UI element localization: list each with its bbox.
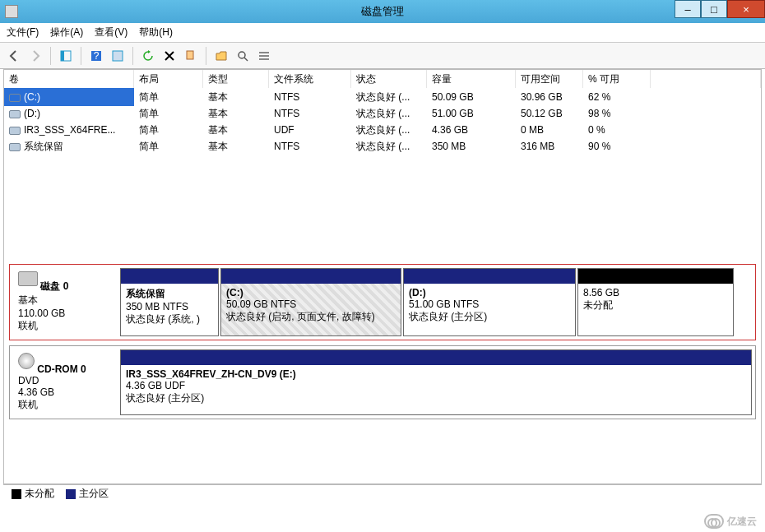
partition-e[interactable]: IR3_SSS_X64FREV_ZH-CN_DV9 (E:) 4.36 GB U… (120, 349, 752, 415)
partition-e-size: 4.36 GB UDF (126, 380, 185, 391)
volume-row-3[interactable]: 系统保留简单基本NTFS状态良好 (...350 MB316 MB90 % (4, 137, 761, 154)
menu-file[interactable]: 文件(F) (7, 25, 39, 39)
close-button[interactable]: × (727, 0, 765, 18)
nav-forward-button[interactable] (26, 47, 44, 65)
volume-list[interactable]: 卷 布局 类型 文件系统 状态 容量 可用空间 % 可用 (C:)简单基本NTF… (4, 70, 761, 259)
nav-back-button[interactable] (5, 47, 23, 65)
svg-point-6 (239, 52, 245, 58)
volume-icon (9, 127, 21, 135)
cdrom-0-partitions: IR3_SSS_X64FREV_ZH-CN_DV9 (E:) 4.36 GB U… (120, 349, 752, 415)
disk-0-partitions: 系统保留350 MB NTFS状态良好 (系统, )(C:)50.09 GB N… (120, 268, 752, 336)
disk0-partition-0[interactable]: 系统保留350 MB NTFS状态良好 (系统, ) (120, 268, 219, 336)
svg-line-7 (244, 58, 248, 61)
open-folder-icon[interactable] (212, 47, 230, 65)
maximize-button[interactable]: □ (701, 0, 727, 18)
toolbar: ? (0, 43, 765, 69)
cdrom-0-status: 联机 (18, 399, 38, 410)
cdrom-0-row[interactable]: CD-ROM 0 DVD 4.36 GB 联机 IR3_SSS_X64FREV_… (9, 345, 756, 419)
legend-primary: 主分区 (66, 487, 109, 501)
refresh-icon[interactable] (139, 47, 157, 65)
partition-e-title: IR3_SSS_X64FREV_ZH-CN_DV9 (E:) (126, 368, 296, 380)
partition-bar (404, 269, 575, 284)
watermark: 亿速云 (704, 514, 757, 529)
volume-icon (9, 110, 21, 118)
show-hide-icon[interactable] (57, 47, 75, 65)
partition-bar (121, 350, 751, 365)
disk-0-info: 磁盘 0 基本 110.00 GB 联机 (13, 268, 120, 336)
col-capacity[interactable]: 容量 (427, 70, 516, 88)
disk0-partition-3[interactable]: 8.56 GB未分配 (577, 268, 734, 336)
col-free[interactable]: 可用空间 (516, 70, 583, 88)
cdrom-0-info: CD-ROM 0 DVD 4.36 GB 联机 (13, 349, 120, 415)
swatch-black-icon (12, 489, 21, 499)
cdrom-icon (18, 353, 35, 369)
menu-bar: 文件(F) 操作(A) 查看(V) 帮助(H) (0, 23, 765, 43)
properties-icon[interactable] (182, 47, 200, 65)
disk0-partition-1[interactable]: (C:)50.09 GB NTFS状态良好 (启动, 页面文件, 故障转) (220, 268, 401, 336)
content-area: 卷 布局 类型 文件系统 状态 容量 可用空间 % 可用 (C:)简单基本NTF… (3, 69, 762, 484)
menu-action[interactable]: 操作(A) (50, 25, 83, 39)
svg-rect-8 (259, 52, 269, 53)
disk-0-row[interactable]: 磁盘 0 基本 110.00 GB 联机 系统保留350 MB NTFS状态良好… (9, 264, 756, 340)
column-headers: 卷 布局 类型 文件系统 状态 容量 可用空间 % 可用 (4, 70, 761, 88)
disk-0-label: 磁盘 0 (40, 280, 68, 292)
volume-row-0[interactable]: (C:)简单基本NTFS状态良好 (...50.09 GB30.96 GB62 … (4, 88, 761, 104)
col-layout[interactable]: 布局 (134, 70, 203, 88)
cdrom-0-type: DVD (18, 375, 39, 386)
search-icon[interactable] (234, 47, 252, 65)
disk0-partition-2[interactable]: (D:)51.00 GB NTFS状态良好 (主分区) (403, 268, 576, 336)
watermark-logo-icon (704, 514, 724, 529)
app-icon (5, 5, 18, 18)
window-controls: – □ × (675, 0, 765, 23)
svg-rect-5 (187, 51, 193, 59)
svg-rect-10 (259, 58, 269, 60)
delete-icon[interactable] (160, 47, 178, 65)
list-view-icon[interactable] (255, 47, 273, 65)
volume-row-1[interactable]: (D:)简单基本NTFS状态良好 (...51.00 GB50.12 GB98 … (4, 104, 761, 121)
svg-rect-4 (113, 51, 123, 61)
legend-unallocated: 未分配 (12, 487, 54, 501)
cdrom-0-size: 4.36 GB (18, 386, 54, 398)
volume-row-2[interactable]: IR3_SSS_X64FRE...简单基本UDF状态良好 (...4.36 GB… (4, 121, 761, 137)
menu-help[interactable]: 帮助(H) (139, 25, 173, 39)
swatch-navy-icon (66, 489, 76, 499)
graphical-view: 磁盘 0 基本 110.00 GB 联机 系统保留350 MB NTFS状态良好… (4, 259, 761, 483)
volume-icon (9, 143, 21, 151)
harddisk-icon (18, 271, 38, 286)
partition-bar (121, 269, 218, 284)
svg-rect-9 (259, 55, 269, 57)
legend: 未分配 主分区 (3, 484, 762, 502)
partition-bar (221, 269, 401, 284)
col-filesystem[interactable]: 文件系统 (269, 70, 351, 88)
disk-0-size: 110.00 GB (18, 308, 65, 319)
col-type[interactable]: 类型 (203, 70, 269, 88)
title-bar: 磁盘管理 – □ × (0, 0, 765, 23)
svg-rect-1 (61, 51, 64, 61)
disk-0-type: 基本 (18, 294, 38, 306)
cdrom-0-label: CD-ROM 0 (37, 363, 86, 375)
svg-text:?: ? (94, 50, 100, 62)
help-icon[interactable]: ? (87, 47, 105, 65)
disk-0-status: 联机 (18, 320, 38, 331)
col-status[interactable]: 状态 (351, 70, 427, 88)
col-volume[interactable]: 卷 (4, 70, 134, 88)
minimize-button[interactable]: – (675, 0, 701, 18)
partition-e-status: 状态良好 (主分区) (126, 392, 204, 404)
volume-icon (9, 94, 21, 102)
settings-icon[interactable] (109, 47, 127, 65)
window-title: 磁盘管理 (361, 4, 404, 19)
col-percent[interactable]: % 可用 (583, 70, 651, 88)
col-spacer (651, 70, 761, 88)
partition-bar (578, 269, 733, 284)
watermark-text: 亿速云 (727, 515, 757, 529)
menu-view[interactable]: 查看(V) (95, 25, 128, 39)
